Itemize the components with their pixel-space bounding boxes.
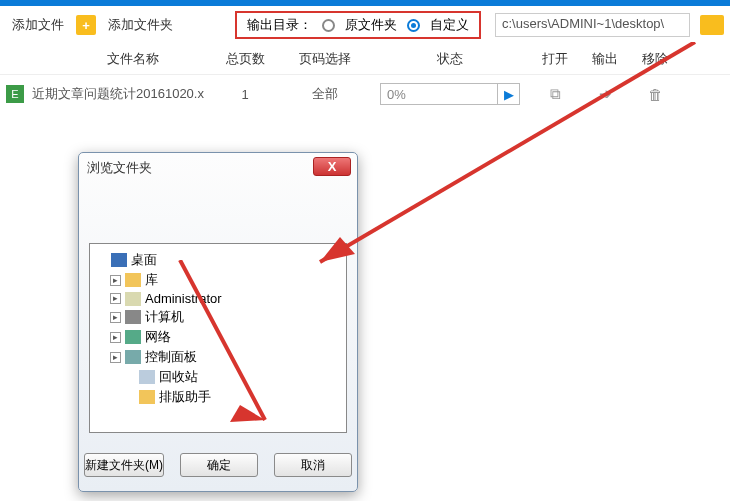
tree-item-label: 库 xyxy=(145,271,158,289)
tree-item[interactable]: ▸ 控制面板 xyxy=(108,347,342,367)
tree-item-label: 控制面板 xyxy=(145,348,197,366)
expand-icon[interactable]: ▸ xyxy=(110,275,121,286)
tree-item-label: 桌面 xyxy=(131,251,157,269)
output-path-input[interactable]: c:\users\ADMINI~1\desktop\ xyxy=(495,13,690,37)
dialog-title: 浏览文件夹 xyxy=(87,159,152,177)
tree-item[interactable]: ▸ 计算机 xyxy=(108,307,342,327)
browse-folder-icon[interactable] xyxy=(700,15,724,35)
new-folder-button[interactable]: 新建文件夹(M) xyxy=(84,453,164,477)
radio-original-label: 原文件夹 xyxy=(345,16,397,34)
tree-item[interactable]: ▸ Administrator xyxy=(108,290,342,307)
radio-custom-label: 自定义 xyxy=(430,16,469,34)
remove-icon[interactable]: 🗑 xyxy=(630,86,680,103)
tree-item-label: 计算机 xyxy=(145,308,184,326)
expand-icon[interactable]: ▸ xyxy=(110,312,121,323)
output-dir-group: 输出目录： 原文件夹 自定义 xyxy=(235,11,481,39)
tree-item-label: 回收站 xyxy=(159,368,198,386)
close-icon[interactable]: X xyxy=(313,157,351,176)
file-name: 近期文章问题统计20161020.x xyxy=(32,85,210,103)
folder-icon xyxy=(125,330,141,344)
tree-item[interactable]: 排版助手 xyxy=(122,387,342,407)
dialog-titlebar[interactable]: 浏览文件夹 X xyxy=(79,153,357,183)
col-out: 输出 xyxy=(580,50,630,68)
tree-item[interactable]: 回收站 xyxy=(122,367,342,387)
tree-item-label: 网络 xyxy=(145,328,171,346)
folder-icon xyxy=(125,310,141,324)
open-icon[interactable]: ⧉ xyxy=(530,85,580,103)
folder-icon xyxy=(111,253,127,267)
tree-item[interactable]: 桌面 xyxy=(94,250,342,270)
add-folder-label: 添加文件夹 xyxy=(108,16,173,34)
progress-bar: 0%▶ xyxy=(380,83,520,105)
col-select: 页码选择 xyxy=(280,50,370,68)
col-pages: 总页数 xyxy=(210,50,280,68)
ok-button[interactable]: 确定 xyxy=(180,453,258,477)
table-row: E 近期文章问题统计20161020.x 1 全部 0%▶ ⧉ ➔ 🗑 xyxy=(0,75,730,113)
radio-original[interactable] xyxy=(322,19,335,32)
tree-item[interactable]: ▸ 库 xyxy=(108,270,342,290)
add-folder-button[interactable]: 添加文件夹 xyxy=(102,12,179,38)
play-icon[interactable]: ▶ xyxy=(497,84,519,104)
folder-icon xyxy=(139,390,155,404)
col-status: 状态 xyxy=(370,50,530,68)
expand-icon[interactable]: ▸ xyxy=(110,352,121,363)
expand-icon[interactable]: ▸ xyxy=(110,332,121,343)
page-select[interactable]: 全部 xyxy=(280,85,370,103)
folder-icon xyxy=(125,292,141,306)
add-file-label: 添加文件 xyxy=(12,16,64,34)
add-folder-icon: + xyxy=(76,15,96,35)
tree-item[interactable]: ▸ 网络 xyxy=(108,327,342,347)
folder-icon xyxy=(125,350,141,364)
folder-tree[interactable]: 桌面 ▸ 库 ▸ Administrator ▸ 计算机 ▸ 网络 ▸ 控制面板… xyxy=(89,243,347,433)
table-header: 文件名称 总页数 页码选择 状态 打开 输出 移除 xyxy=(0,44,730,75)
folder-icon xyxy=(139,370,155,384)
radio-custom[interactable] xyxy=(407,19,420,32)
output-dir-label: 输出目录： xyxy=(247,16,312,34)
cancel-button[interactable]: 取消 xyxy=(274,453,352,477)
tree-item-label: 排版助手 xyxy=(159,388,211,406)
col-name: 文件名称 xyxy=(0,50,210,68)
expand-icon[interactable]: ▸ xyxy=(110,293,121,304)
add-file-button[interactable]: 添加文件 xyxy=(6,12,70,38)
file-type-icon: E xyxy=(6,85,24,103)
browse-folder-dialog: 浏览文件夹 X 桌面 ▸ 库 ▸ Administrator ▸ 计算机 ▸ 网… xyxy=(78,152,358,492)
output-icon[interactable]: ➔ xyxy=(580,85,630,103)
pages-value: 1 xyxy=(210,87,280,102)
tree-item-label: Administrator xyxy=(145,291,222,306)
col-remove: 移除 xyxy=(630,50,680,68)
col-open: 打开 xyxy=(530,50,580,68)
folder-icon xyxy=(125,273,141,287)
